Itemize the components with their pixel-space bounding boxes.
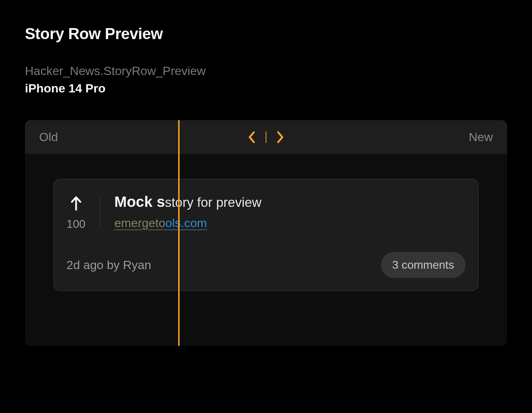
next-button[interactable] (275, 129, 286, 145)
comparison-slider[interactable] (178, 120, 180, 346)
page-title: Story Row Preview (25, 25, 507, 43)
story-card[interactable]: 100 Mock sstory for preview emergetools.… (53, 179, 479, 291)
app-container: Story Row Preview Hacker_News.StoryRow_P… (4, 4, 528, 409)
compare-header: Old New (25, 120, 507, 154)
vote-section[interactable]: 100 (66, 193, 85, 231)
story-title[interactable]: Mock sstory for preview (114, 193, 465, 210)
link-new-segment: ols.com (165, 216, 207, 230)
compare-panel: Old New (25, 120, 507, 346)
link-old-segment: emergeto (114, 216, 165, 230)
story-byline: 2d ago by Ryan (66, 258, 151, 272)
device-name: iPhone 14 Pro (25, 81, 507, 95)
nav-divider (266, 132, 266, 143)
upvote-arrow-icon (69, 195, 83, 211)
title-old-segment: Mock s (114, 193, 165, 210)
chevron-left-icon (248, 131, 256, 144)
nav-arrows (246, 129, 286, 145)
comments-pill[interactable]: 3 comments (381, 252, 465, 278)
story-content: Mock sstory for preview emergetools.com (114, 193, 465, 230)
prev-button[interactable] (246, 129, 257, 145)
story-link[interactable]: emergetools.com (114, 216, 465, 230)
vertical-divider (100, 195, 100, 229)
preview-path: Hacker_News.StoryRow_Preview (25, 64, 507, 78)
story-bottom-row: 2d ago by Ryan 3 comments (66, 252, 465, 278)
story-top-row: 100 Mock sstory for preview emergetools.… (66, 193, 465, 231)
vote-count: 100 (66, 218, 85, 231)
chevron-right-icon (276, 131, 284, 144)
new-label: New (469, 130, 493, 144)
old-label: Old (39, 130, 58, 144)
compare-body: 100 Mock sstory for preview emergetools.… (25, 154, 507, 346)
